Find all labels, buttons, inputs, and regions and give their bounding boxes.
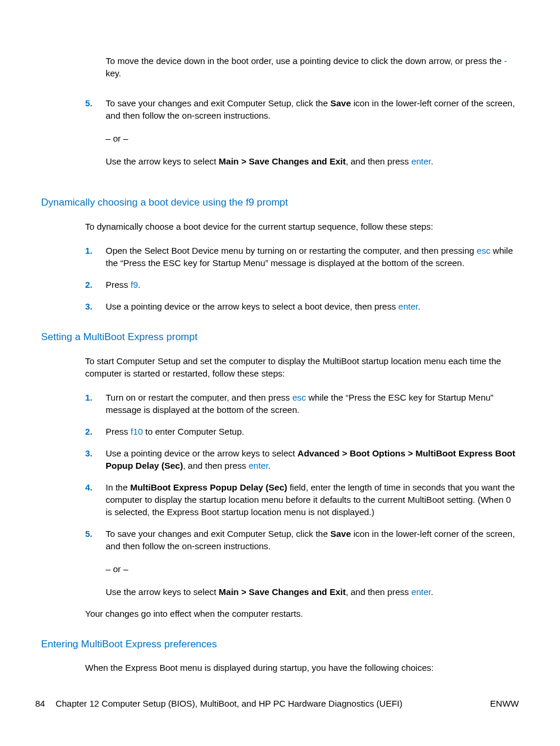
step-number: 3. <box>85 447 93 459</box>
key-enter: enter <box>248 461 268 471</box>
step-list-continued: 5. To save your changes and exit Compute… <box>85 97 519 167</box>
key-enter: enter <box>411 587 431 597</box>
list-item: 2. Press f10 to enter Computer Setup. <box>85 425 519 438</box>
body-text: To save your changes and exit Computer S… <box>106 527 519 552</box>
bold-text: Save <box>330 529 351 539</box>
step-number: 2. <box>85 425 93 438</box>
key-esc: esc <box>477 246 490 256</box>
body-text: In the MultiBoot Express Popup Delay (Se… <box>106 481 519 518</box>
document-page: To move the device down in the boot orde… <box>0 0 560 746</box>
step-list: 1. Turn on or restart the computer, and … <box>85 391 519 598</box>
bold-text: Save <box>330 98 351 108</box>
body-text: Your changes go into effect when the com… <box>85 607 519 620</box>
section-heading-multiboot-prompt: Setting a MultiBoot Express prompt <box>41 330 519 344</box>
body-text: Press f10 to enter Computer Setup. <box>106 425 519 438</box>
list-item: 3. Use a pointing device or the arrow ke… <box>85 447 519 472</box>
step-number: 5. <box>85 527 93 540</box>
list-item: 4. In the MultiBoot Express Popup Delay … <box>85 481 519 518</box>
body-text: Press f9. <box>106 278 519 291</box>
body-text: Open the Select Boot Device menu by turn… <box>106 244 519 269</box>
list-item: 3. Use a pointing device or the arrow ke… <box>85 300 519 312</box>
body-text: Turn on or restart the computer, and the… <box>106 391 519 416</box>
key-f10: f10 <box>131 426 143 436</box>
intro-paragraph: To move the device down in the boot orde… <box>106 55 519 79</box>
key-enter: enter <box>399 301 418 311</box>
step-number: 1. <box>85 391 93 404</box>
list-item: 1. Open the Select Boot Device menu by t… <box>85 244 519 269</box>
body-text: Use a pointing device or the arrow keys … <box>106 300 519 312</box>
body-text: To start Computer Setup and set the comp… <box>85 355 519 379</box>
section-intro: To dynamically choose a boot device for … <box>85 220 519 233</box>
section-outro: Your changes go into effect when the com… <box>85 607 519 620</box>
or-separator: – or – <box>106 132 519 145</box>
section-intro: To start Computer Setup and set the comp… <box>85 355 519 379</box>
key-esc: esc <box>292 392 306 402</box>
body-text: To save your changes and exit Computer S… <box>106 97 519 122</box>
footer-right: ENWW <box>490 697 519 710</box>
step-list: 1. Open the Select Boot Device menu by t… <box>85 244 519 312</box>
step-number: 2. <box>85 278 93 291</box>
footer-left: 84Chapter 12 Computer Setup (BIOS), Mult… <box>35 697 402 710</box>
list-item: 5. To save your changes and exit Compute… <box>85 527 519 598</box>
list-item: 2. Press f9. <box>85 278 519 291</box>
body-text: When the Express Boot menu is displayed … <box>85 661 519 674</box>
body-text: To move the device down in the boot orde… <box>106 55 519 79</box>
body-text: Use the arrow keys to select Main > Save… <box>106 586 519 598</box>
page-number: 84 <box>35 698 45 708</box>
step-number: 5. <box>85 97 93 109</box>
section-intro: When the Express Boot menu is displayed … <box>85 661 519 674</box>
step-number: 3. <box>85 300 93 312</box>
bold-text: Main > Save Changes and Exit <box>219 587 346 597</box>
chapter-title: Chapter 12 Computer Setup (BIOS), MultiB… <box>56 698 403 708</box>
body-text: To dynamically choose a boot device for … <box>85 220 519 233</box>
key-minus: - <box>504 56 507 66</box>
bold-text: Main > Save Changes and Exit <box>219 156 346 166</box>
page-footer: 84Chapter 12 Computer Setup (BIOS), Mult… <box>35 697 519 710</box>
step-number: 4. <box>85 481 93 493</box>
list-item: 1. Turn on or restart the computer, and … <box>85 391 519 416</box>
bold-text: MultiBoot Express Popup Delay (Sec) <box>130 482 288 492</box>
body-text: Use a pointing device or the arrow keys … <box>106 447 519 472</box>
step-number: 1. <box>85 244 93 257</box>
or-separator: – or – <box>106 563 519 575</box>
list-item: 5. To save your changes and exit Compute… <box>85 97 519 167</box>
section-heading-multiboot-prefs: Entering MultiBoot Express preferences <box>41 637 519 651</box>
key-f9: f9 <box>131 280 139 290</box>
body-text: Use the arrow keys to select Main > Save… <box>106 155 519 167</box>
key-enter: enter <box>411 156 431 166</box>
section-heading-f9: Dynamically choosing a boot device using… <box>41 196 519 210</box>
